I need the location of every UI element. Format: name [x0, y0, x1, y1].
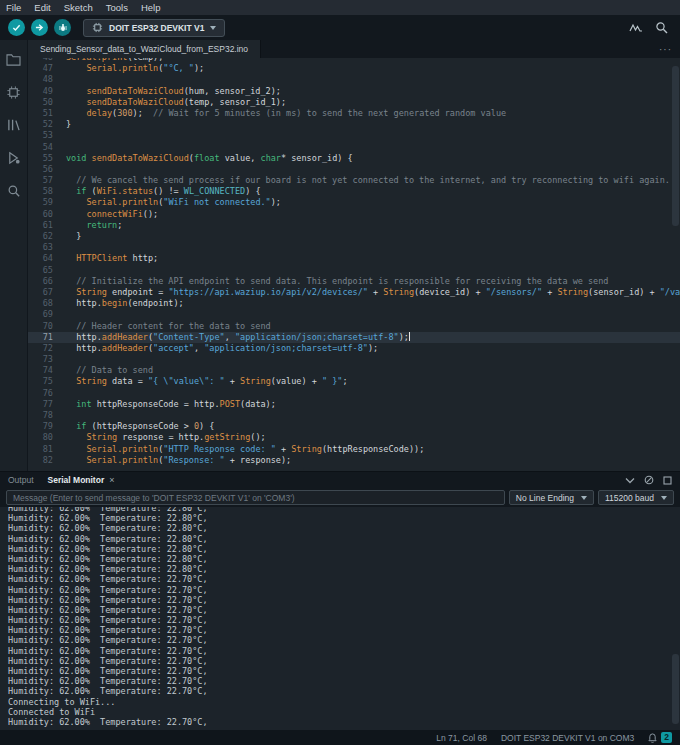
- line-number: 71: [28, 332, 62, 343]
- boards-manager-icon[interactable]: [5, 83, 23, 101]
- tab-sketch[interactable]: Sending_Sensor_data_to_WaziCloud_from_ES…: [28, 40, 261, 58]
- serial-plotter-icon[interactable]: [629, 22, 643, 34]
- board-selector[interactable]: DOIT ESP32 DEVKIT V1: [83, 19, 225, 37]
- menu-help[interactable]: Help: [141, 2, 161, 13]
- code-line[interactable]: 47 Serial.println("°C, ");: [28, 63, 680, 74]
- line-number: 74: [28, 365, 62, 376]
- search-icon[interactable]: [5, 182, 23, 200]
- code-line[interactable]: 56: [28, 164, 680, 175]
- serial-output-line: Humidity: 62.00% Temperature: 22.70°C,: [8, 595, 680, 605]
- notifications[interactable]: 2: [648, 732, 672, 743]
- code-line[interactable]: 65: [28, 265, 680, 276]
- serial-output-line: Humidity: 62.00% Temperature: 22.80°C,: [8, 564, 680, 574]
- code-line[interactable]: 70 // Header content for the data to sen…: [28, 321, 680, 332]
- code-line[interactable]: 66 // Initialize the API endpoint to sen…: [28, 276, 680, 287]
- code-line[interactable]: 72 http.addHeader("accept", "application…: [28, 343, 680, 354]
- code-line[interactable]: 59 Serial.println("WiFi not connected.")…: [28, 197, 680, 208]
- text-caret: [409, 332, 410, 341]
- code-line[interactable]: 53: [28, 130, 680, 141]
- code-line[interactable]: 76: [28, 388, 680, 399]
- code-line[interactable]: 50 sendDataToWaziCloud(temp, sensor_id_1…: [28, 97, 680, 108]
- editor-scrollbar-thumb[interactable]: [672, 66, 679, 226]
- baud-rate-dropdown[interactable]: 115200 baud: [598, 490, 674, 505]
- debug-panel-icon[interactable]: [5, 149, 23, 167]
- line-number: 54: [28, 142, 62, 153]
- menu-file[interactable]: File: [6, 2, 21, 13]
- serial-output-line: Humidity: 62.00% Temperature: 22.70°C,: [8, 717, 680, 727]
- library-manager-icon[interactable]: [5, 116, 23, 134]
- bottom-panel: Output Serial Monitor × No Line Ending 1…: [0, 471, 680, 730]
- serial-scrollbar-thumb[interactable]: [672, 654, 679, 724]
- code-line[interactable]: 60 connectWiFi();: [28, 209, 680, 220]
- menu-sketch[interactable]: Sketch: [64, 2, 93, 13]
- serial-output-line: Humidity: 62.00% Temperature: 22.80°C,: [8, 554, 680, 564]
- code-line[interactable]: 67 String endpoint = "https://api.waziup…: [28, 287, 680, 298]
- code-line[interactable]: 61 return;: [28, 220, 680, 231]
- code-line[interactable]: 63: [28, 242, 680, 253]
- collapse-panel-icon[interactable]: [625, 477, 635, 484]
- debug-button[interactable]: [54, 19, 71, 36]
- code-line[interactable]: 54: [28, 142, 680, 153]
- menu-tools[interactable]: Tools: [106, 2, 128, 13]
- status-bar: Ln 71, Col 68 DOIT ESP32 DEVKIT V1 on CO…: [0, 730, 680, 745]
- tab-output-label: Output: [8, 475, 34, 485]
- line-number: 76: [28, 388, 62, 399]
- line-ending-dropdown[interactable]: No Line Ending: [509, 490, 594, 505]
- arrow-right-icon: [35, 23, 44, 32]
- code-line[interactable]: 81 Serial.println("HTTP Response code: "…: [28, 444, 680, 455]
- code-line[interactable]: 69: [28, 309, 680, 320]
- code-line[interactable]: 68 http.begin(endpoint);: [28, 298, 680, 309]
- code-line[interactable]: 58 if (WiFi.status() != WL_CONNECTED) {: [28, 186, 680, 197]
- activity-sidebar: [0, 40, 28, 471]
- code-editor[interactable]: 46Serial.print(temp);47 Serial.println("…: [28, 58, 680, 471]
- upload-button[interactable]: [31, 19, 48, 36]
- serial-message-input[interactable]: [6, 490, 505, 505]
- code-line[interactable]: 55void sendDataToWaziCloud(float value, …: [28, 153, 680, 164]
- notification-badge: 2: [661, 732, 672, 743]
- maximize-panel-icon[interactable]: [663, 476, 672, 485]
- more-actions-icon[interactable]: ···: [651, 40, 680, 58]
- serial-output-area[interactable]: Humidity: 62.00% Temperature: 22.80°C,Hu…: [0, 507, 680, 730]
- code-line[interactable]: 74 // Data to send: [28, 365, 680, 376]
- code-line[interactable]: 78: [28, 410, 680, 421]
- tab-output[interactable]: Output: [8, 475, 34, 485]
- verify-button[interactable]: [8, 19, 25, 36]
- line-number: 57: [28, 175, 62, 186]
- baud-rate-value: 115200 baud: [605, 493, 654, 503]
- code-line[interactable]: 49 sendDataToWaziCloud(hum, sensor_id_2)…: [28, 86, 680, 97]
- line-number: 73: [28, 354, 62, 365]
- menu-edit[interactable]: Edit: [34, 2, 50, 13]
- code-line[interactable]: 52}: [28, 119, 680, 130]
- code-line[interactable]: 57 // We cancel the send process if our …: [28, 175, 680, 186]
- code-line[interactable]: 75 String data = "{ \"value\": " + Strin…: [28, 376, 680, 387]
- serial-output-line: Humidity: 62.00% Temperature: 22.70°C,: [8, 585, 680, 595]
- serial-output-line: Humidity: 62.00% Temperature: 22.70°C,: [8, 605, 680, 615]
- code-line[interactable]: 80 String response = http.getString();: [28, 432, 680, 443]
- code-line[interactable]: 71 http.addHeader("Content-Type", "appli…: [28, 332, 680, 343]
- tab-serial-monitor[interactable]: Serial Monitor ×: [48, 475, 115, 485]
- line-number: 56: [28, 164, 62, 175]
- cursor-position: Ln 71, Col 68: [436, 733, 487, 743]
- line-number: 82: [28, 455, 62, 466]
- code-line[interactable]: 73: [28, 354, 680, 365]
- serial-output-line: Humidity: 62.00% Temperature: 22.80°C,: [8, 534, 680, 544]
- code-line[interactable]: 51 delay(300); // Wait for 5 minutes (in…: [28, 108, 680, 119]
- editor-tab-bar: Sending_Sensor_data_to_WaziCloud_from_ES…: [28, 40, 680, 58]
- line-number: 51: [28, 108, 62, 119]
- serial-output-line: Humidity: 62.00% Temperature: 22.70°C,: [8, 686, 680, 696]
- clear-output-icon[interactable]: [644, 475, 654, 485]
- tab-label: Sending_Sensor_data_to_WaziCloud_from_ES…: [40, 44, 248, 54]
- code-line[interactable]: 64 HTTPClient http;: [28, 253, 680, 264]
- code-line[interactable]: 48: [28, 74, 680, 85]
- serial-output-line: Humidity: 62.00% Temperature: 22.80°C,: [8, 513, 680, 523]
- panel-header: Output Serial Monitor ×: [0, 472, 680, 488]
- code-line[interactable]: 79 if (httpResponseCode > 0) {: [28, 421, 680, 432]
- close-icon[interactable]: ×: [109, 475, 114, 485]
- line-number: 48: [28, 74, 62, 85]
- code-line[interactable]: 77 int httpResponseCode = http.POST(data…: [28, 399, 680, 410]
- code-line[interactable]: 62 }: [28, 231, 680, 242]
- serial-monitor-icon[interactable]: [655, 21, 668, 34]
- line-number: 72: [28, 343, 62, 354]
- code-line[interactable]: 82 Serial.println("Response: " + respons…: [28, 455, 680, 466]
- sketchbook-folder-icon[interactable]: [5, 50, 23, 68]
